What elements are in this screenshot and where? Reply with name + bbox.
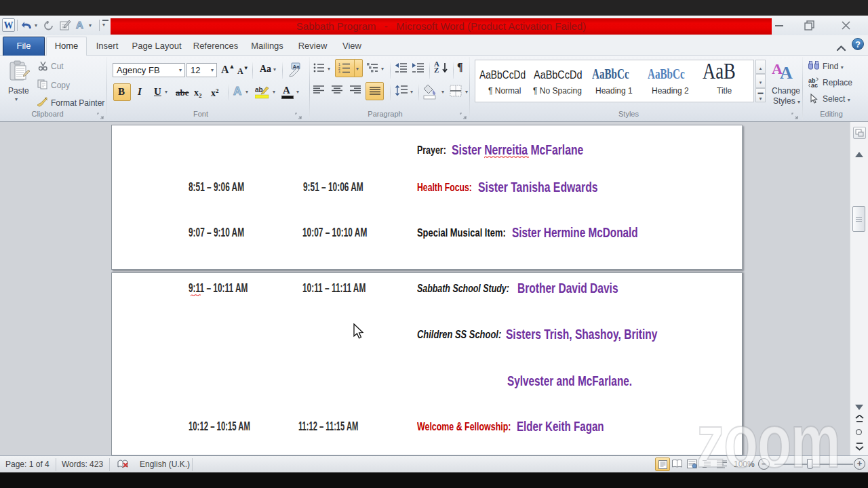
svg-text:3: 3 [338, 70, 340, 73]
svg-text:ab: ab [255, 86, 263, 94]
svg-text:ac: ac [811, 82, 818, 88]
